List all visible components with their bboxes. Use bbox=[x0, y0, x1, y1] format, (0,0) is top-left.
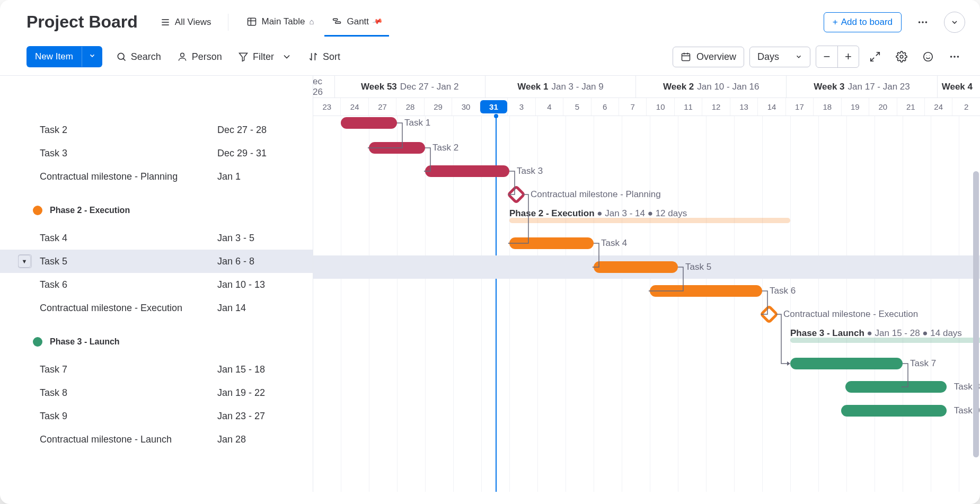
feedback-button[interactable] bbox=[917, 46, 939, 67]
plus-icon: + bbox=[833, 17, 838, 28]
svg-line-12 bbox=[123, 58, 125, 60]
gantt-task-row[interactable]: Task 4 bbox=[313, 232, 980, 255]
all-views-button[interactable]: All Views bbox=[154, 13, 218, 32]
week-header: ec 26 bbox=[313, 76, 334, 98]
gantt-task-row[interactable]: Task 6 bbox=[313, 279, 980, 303]
new-item-button[interactable]: New Item bbox=[27, 46, 102, 67]
task-row[interactable]: Task 6Jan 10 - 13 bbox=[0, 273, 313, 296]
task-date: Jan 23 - 27 bbox=[217, 411, 302, 422]
task-row[interactable]: Task 7Jan 15 - 18 bbox=[0, 358, 313, 381]
gear-icon bbox=[896, 51, 907, 63]
search-icon bbox=[116, 51, 127, 62]
task-bar[interactable] bbox=[790, 358, 903, 369]
task-bar-label: Task 4 bbox=[601, 238, 627, 249]
milestone-diamond[interactable] bbox=[507, 185, 526, 205]
task-bar[interactable] bbox=[509, 237, 594, 249]
week-header: Week 4 bbox=[937, 76, 980, 98]
milestone-diamond[interactable] bbox=[760, 305, 779, 324]
task-bar[interactable] bbox=[369, 142, 425, 154]
svg-point-8 bbox=[919, 21, 921, 23]
search-button[interactable]: Search bbox=[114, 48, 163, 66]
task-row[interactable]: Task 2Dec 27 - 28 bbox=[0, 118, 313, 142]
sort-button[interactable]: Sort bbox=[306, 48, 342, 66]
task-date: Jan 3 - 5 bbox=[217, 233, 302, 244]
phase-name: Phase 3 - Launch bbox=[50, 337, 120, 347]
gantt-task-row[interactable]: Task 1 bbox=[313, 111, 980, 135]
time-unit-select[interactable]: Days bbox=[749, 47, 810, 67]
task-row[interactable]: ▼Task 5Jan 6 - 8 bbox=[0, 250, 313, 273]
task-bar[interactable] bbox=[650, 285, 762, 297]
tab-label: Main Table bbox=[261, 16, 305, 27]
filter-button[interactable]: Filter bbox=[236, 48, 294, 66]
task-bar[interactable] bbox=[845, 381, 947, 393]
gantt-task-row[interactable]: Task 3 bbox=[313, 160, 980, 183]
svg-point-25 bbox=[950, 56, 952, 58]
filter-icon bbox=[238, 51, 249, 62]
task-date: Jan 28 bbox=[217, 434, 302, 445]
task-row[interactable]: Task 9Jan 23 - 27 bbox=[0, 404, 313, 428]
list-icon bbox=[160, 17, 171, 28]
task-row[interactable]: Task 8Jan 19 - 22 bbox=[0, 381, 313, 404]
filter-label: Filter bbox=[253, 51, 274, 63]
phase-header[interactable]: Phase 2 - Execution bbox=[0, 198, 313, 223]
gantt-task-row[interactable]: Task 2 bbox=[313, 136, 980, 160]
task-name: Contractual milestone - Execution bbox=[40, 303, 217, 314]
expand-subitems-button[interactable]: ▼ bbox=[18, 255, 31, 268]
phase-bar-header[interactable]: Phase 3 - Launch ● Jan 15 - 28 ● 14 days bbox=[790, 327, 962, 340]
task-name: Task 8 bbox=[40, 387, 217, 399]
task-date: Jan 10 - 13 bbox=[217, 279, 302, 290]
settings-button[interactable] bbox=[891, 46, 912, 67]
task-bar-label: Task 6 bbox=[770, 286, 796, 296]
vertical-scrollbar[interactable] bbox=[973, 171, 979, 457]
task-row[interactable]: Contractual milestone - ExecutionJan 14 bbox=[0, 296, 313, 320]
more-options-button[interactable] bbox=[944, 46, 965, 67]
tab-gantt[interactable]: Gantt 📌 bbox=[324, 9, 389, 36]
phase-bar-header[interactable]: Phase 2 - Execution ● Jan 3 - 14 ● 12 da… bbox=[509, 207, 687, 220]
task-bar[interactable] bbox=[341, 117, 397, 129]
more-menu-button[interactable] bbox=[912, 12, 933, 33]
zoom-in-button[interactable]: + bbox=[837, 46, 859, 67]
tab-main-table[interactable]: Main Table ⌂ bbox=[239, 9, 321, 36]
chevron-down-icon bbox=[795, 53, 802, 60]
expand-icon bbox=[869, 51, 881, 63]
task-name: Task 9 bbox=[40, 411, 217, 422]
task-row[interactable]: Contractual milestone - PlanningJan 1 bbox=[0, 165, 313, 188]
gantt-task-row[interactable]: Task 5 bbox=[313, 255, 980, 279]
task-bar-label: Contractual milestone - Planning bbox=[531, 189, 661, 200]
new-item-dropdown[interactable] bbox=[82, 47, 102, 67]
fullscreen-button[interactable] bbox=[864, 46, 886, 67]
svg-rect-6 bbox=[333, 19, 338, 20]
add-to-board-button[interactable]: + Add to board bbox=[824, 12, 902, 32]
tab-label: Gantt bbox=[347, 16, 369, 27]
gantt-task-row[interactable]: Task 8 bbox=[313, 375, 980, 399]
phase-color-dot bbox=[33, 206, 42, 215]
task-bar[interactable] bbox=[425, 165, 509, 177]
gantt-task-row[interactable]: Task 7 bbox=[313, 352, 980, 375]
plus-icon: + bbox=[845, 50, 852, 64]
sort-icon bbox=[308, 51, 319, 62]
collapse-button[interactable] bbox=[944, 12, 965, 33]
gantt-task-row[interactable]: Contractual milestone - Execution bbox=[313, 303, 980, 326]
task-date: Jan 15 - 18 bbox=[217, 364, 302, 375]
task-row[interactable]: Task 4Jan 3 - 5 bbox=[0, 226, 313, 250]
dots-icon bbox=[917, 16, 929, 28]
overview-button[interactable]: Overview bbox=[673, 47, 744, 67]
home-icon: ⌂ bbox=[309, 17, 314, 26]
task-row[interactable]: Contractual milestone - LaunchJan 28 bbox=[0, 428, 313, 451]
zoom-out-button[interactable]: − bbox=[816, 46, 837, 67]
task-bar[interactable] bbox=[841, 405, 947, 417]
task-date: Jan 14 bbox=[217, 303, 302, 314]
task-row[interactable]: Task 3Dec 29 - 31 bbox=[0, 142, 313, 165]
week-header: Week 1 Jan 3 - Jan 9 bbox=[485, 76, 635, 98]
task-date: Jan 1 bbox=[217, 171, 302, 182]
person-filter-button[interactable]: Person bbox=[175, 48, 224, 66]
phase-header[interactable]: Phase 3 - Launch bbox=[0, 329, 313, 355]
gantt-task-row[interactable]: Contractual milestone - Planning bbox=[313, 183, 980, 206]
chevron-down-icon bbox=[950, 18, 959, 26]
gantt-task-row[interactable]: Task 9 bbox=[313, 399, 980, 422]
phase-color-dot bbox=[33, 337, 42, 347]
svg-rect-3 bbox=[248, 18, 256, 25]
dots-icon bbox=[949, 51, 960, 63]
task-bar[interactable] bbox=[594, 261, 678, 273]
person-label: Person bbox=[192, 51, 222, 63]
